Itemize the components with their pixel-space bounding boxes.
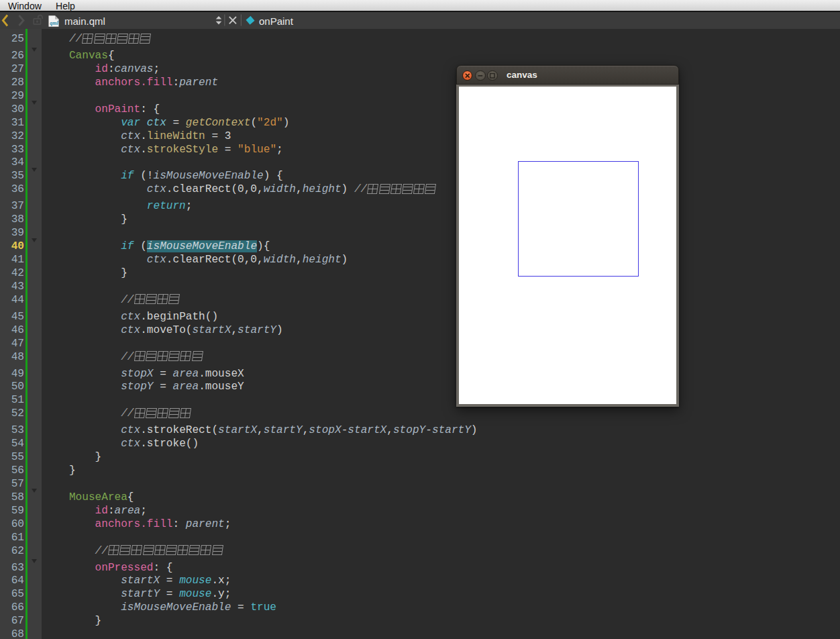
- svg-text:qml: qml: [50, 20, 58, 26]
